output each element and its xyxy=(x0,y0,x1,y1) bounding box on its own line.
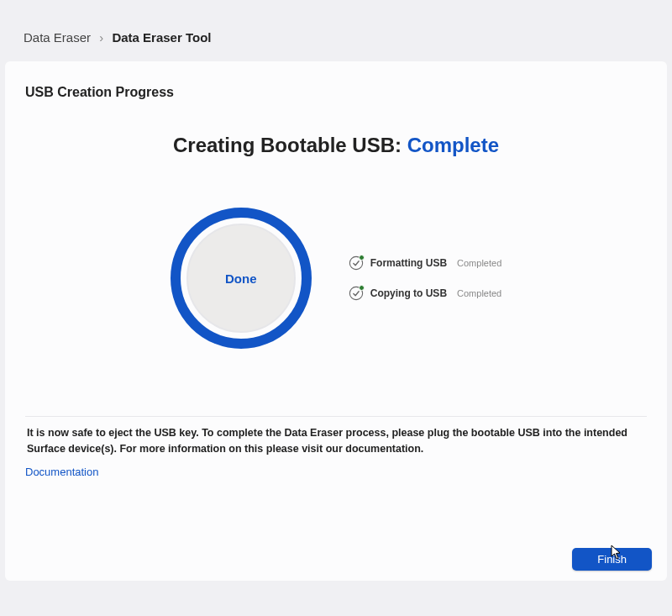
title-status: Complete xyxy=(407,134,499,156)
progress-area: Done Formatting USB Completed xyxy=(25,208,647,349)
breadcrumb-separator: › xyxy=(99,30,103,45)
step-status: Completed xyxy=(457,288,501,298)
check-circle-icon xyxy=(349,286,364,301)
step-label: Copying to USB xyxy=(370,287,447,299)
finish-button[interactable]: Finish xyxy=(572,548,652,571)
progress-circle-label: Done xyxy=(225,271,257,286)
breadcrumb-current: Data Eraser Tool xyxy=(112,30,211,45)
step-status: Completed xyxy=(457,258,501,268)
title-prefix: Creating Bootable USB: xyxy=(173,134,402,156)
step-copying: Copying to USB Completed xyxy=(349,286,502,301)
status-dot-icon xyxy=(359,255,365,261)
breadcrumb: Data Eraser › Data Eraser Tool xyxy=(0,0,672,61)
check-circle-icon xyxy=(349,255,364,271)
status-dot-icon xyxy=(359,285,365,291)
main-card: USB Creation Progress Creating Bootable … xyxy=(5,61,667,581)
step-formatting: Formatting USB Completed xyxy=(349,255,502,271)
documentation-link[interactable]: Documentation xyxy=(25,466,98,478)
section-title: USB Creation Progress xyxy=(25,85,647,100)
step-label: Formatting USB xyxy=(370,257,447,269)
steps-list: Formatting USB Completed Copying to USB … xyxy=(349,255,502,301)
footer-actions: Finish xyxy=(572,548,652,571)
info-text: It is now safe to eject the USB key. To … xyxy=(25,416,647,457)
progress-circle: Done xyxy=(171,208,312,349)
breadcrumb-parent[interactable]: Data Eraser xyxy=(24,30,91,45)
page-title: Creating Bootable USB: Complete xyxy=(25,134,647,157)
